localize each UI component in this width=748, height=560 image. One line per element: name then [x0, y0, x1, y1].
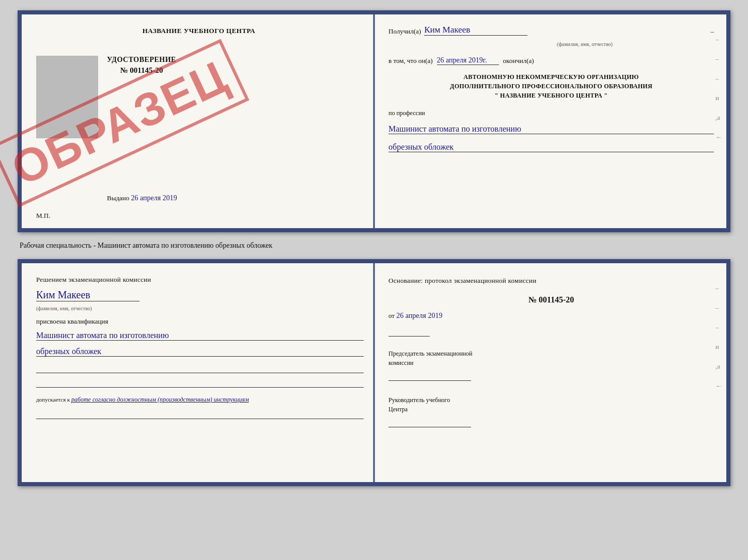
bot-fio-row: Ким Макеев	[36, 287, 364, 301]
issued-date-value: 26 апреля 2019	[131, 194, 177, 202]
bot-right: Основание: протокол экзаменационной коми…	[374, 263, 726, 482]
underline3	[36, 410, 364, 419]
bot-fio: Ким Макеев	[36, 289, 139, 301]
chairman-block: Председатель экзаменационной комиссии	[388, 349, 714, 381]
received-row: Получил(а) Ким Макеев –	[388, 25, 714, 36]
org-line3: " НАЗВАНИЕ УЧЕБНОГО ЦЕНТРА "	[388, 91, 714, 100]
middle-caption: Рабочая специальность - Машинист автомат…	[18, 242, 730, 250]
date-underline	[388, 327, 430, 337]
director-label2: Центра	[388, 405, 714, 414]
qual-value1: Машинист автомата по изготовлению	[36, 331, 364, 341]
vtom-label: в том, что он(а)	[388, 57, 433, 65]
underlines-block	[36, 364, 364, 388]
chairman-label2: комиссии	[388, 358, 714, 367]
issued-label: Выдано	[107, 194, 129, 202]
admits-label: допускается к работе согласно должностны…	[36, 396, 364, 404]
cert-title-block: УДОСТОВЕРЕНИЕ № 001145-20	[107, 56, 176, 75]
bot-fio-sublabel: (фамилия, имя, отчество)	[36, 306, 364, 311]
profession-value1: Машинист автомата по изготовлению	[388, 124, 714, 134]
sd3: –	[715, 74, 722, 83]
mp-label: М.П.	[36, 212, 50, 220]
issued-date-row: Выдано 26 апреля 2019	[107, 194, 177, 202]
chairman-label1: Председатель экзаменационной	[388, 349, 714, 358]
cert-title: УДОСТОВЕРЕНИЕ	[107, 56, 176, 64]
decision-title: Решением экзаменационной комиссии	[36, 276, 364, 284]
sd4: и	[715, 94, 722, 102]
dash1: –	[711, 27, 714, 36]
bsd2: –	[715, 303, 722, 312]
bsd5: ,а	[715, 362, 722, 371]
top-doc-left: НАЗВАНИЕ УЧЕБНОГО ЦЕНТРА УДОСТОВЕРЕНИЕ №…	[22, 14, 374, 228]
school-name-top: НАЗВАНИЕ УЧЕБНОГО ЦЕНТРА	[143, 27, 256, 35]
photo-placeholder	[36, 56, 98, 138]
basis-title: Основание: протокол экзаменационной коми…	[388, 276, 714, 286]
director-sign-line	[388, 416, 471, 427]
bsd6: ←	[715, 382, 722, 390]
finished-label: окончил(а)	[503, 57, 534, 65]
bsd1: –	[715, 284, 722, 292]
received-label: Получил(а)	[388, 27, 421, 36]
bottom-document: Решением экзаменационной комиссии Ким Ма…	[18, 259, 730, 486]
side-lines-top: – – – и ,а ←	[715, 35, 722, 141]
vtom-date: 26 апреля 2019г.	[437, 56, 499, 65]
org-line1: АВТОНОМНУЮ НЕКОММЕРЧЕСКУЮ ОРГАНИЗАЦИЮ	[388, 72, 714, 82]
protocol-number: № 001145-20	[388, 295, 714, 305]
admits-prefix: допускается к	[36, 396, 70, 403]
bsd3: –	[715, 323, 722, 331]
protocol-date-value: 26 апреля 2019	[396, 312, 442, 319]
assigned-label: присвоена квалификация	[36, 317, 364, 326]
top-doc-right: Получил(а) Ким Макеев – (фамилия, имя, о…	[374, 14, 726, 228]
profession-label: по профессии	[388, 109, 714, 117]
underline1	[36, 364, 364, 373]
chairman-sign-line	[388, 370, 471, 381]
director-block: Руководитель учебного Центра	[388, 395, 714, 427]
sd5: ,а	[715, 114, 722, 122]
recipient-name: Ким Макеев	[424, 25, 527, 36]
director-label1: Руководитель учебного	[388, 395, 714, 405]
vtom-row: в том, что он(а) 26 апреля 2019г. окончи…	[388, 56, 714, 65]
cert-number: № 001145-20	[107, 66, 176, 75]
sd1: –	[715, 35, 722, 43]
protocol-date: от 26 апреля 2019	[388, 312, 714, 320]
bsd4: и	[715, 343, 722, 351]
caption-text: Рабочая специальность - Машинист автомат…	[20, 242, 272, 249]
sd2: –	[715, 55, 722, 63]
underline2	[36, 378, 364, 388]
date-prefix: от	[388, 312, 395, 319]
side-lines-bot: – – – и ,а ←	[715, 284, 722, 390]
fio-sublabel-top: (фамилия, имя, отчество)	[456, 41, 714, 47]
top-document: НАЗВАНИЕ УЧЕБНОГО ЦЕНТРА УДОСТОВЕРЕНИЕ №…	[18, 10, 730, 232]
profession-value2: обрезных обложек	[388, 142, 714, 152]
admits-italic: работе согласно должностным (производств…	[71, 396, 249, 403]
sd6: ←	[715, 133, 722, 141]
bot-left: Решением экзаменационной комиссии Ким Ма…	[22, 263, 374, 482]
org-line2: ДОПОЛНИТЕЛЬНОГО ПРОФЕССИОНАЛЬНОГО ОБРАЗО…	[388, 82, 714, 91]
org-block: АВТОНОМНУЮ НЕКОММЕРЧЕСКУЮ ОРГАНИЗАЦИЮ ДО…	[388, 72, 714, 100]
qual-value2: обрезных обложек	[36, 347, 364, 357]
